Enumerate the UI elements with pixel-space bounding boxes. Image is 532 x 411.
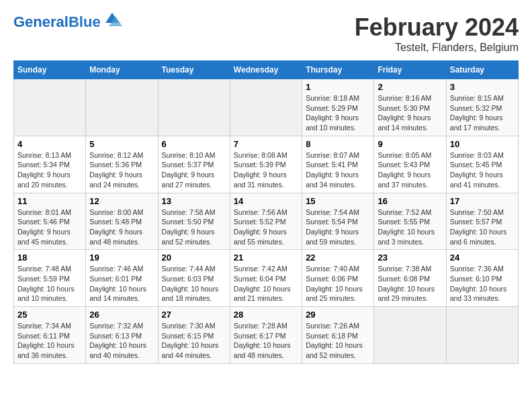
calendar-week-row: 4Sunrise: 8:13 AMSunset: 5:34 PMDaylight…: [14, 136, 519, 193]
calendar-cell: 1Sunrise: 8:18 AMSunset: 5:29 PMDaylight…: [302, 79, 374, 136]
day-of-week-header: Tuesday: [158, 61, 230, 79]
calendar-cell: [446, 307, 518, 364]
calendar-table: SundayMondayTuesdayWednesdayThursdayFrid…: [13, 60, 519, 364]
calendar-cell: 26Sunrise: 7:32 AMSunset: 6:13 PMDayligh…: [86, 307, 158, 364]
calendar-cell: 20Sunrise: 7:44 AMSunset: 6:03 PMDayligh…: [158, 250, 230, 307]
day-info: Sunrise: 7:42 AMSunset: 6:04 PMDaylight:…: [234, 264, 298, 304]
day-info: Sunrise: 8:08 AMSunset: 5:39 PMDaylight:…: [234, 150, 298, 190]
day-number: 6: [162, 139, 226, 149]
calendar-week-row: 25Sunrise: 7:34 AMSunset: 6:11 PMDayligh…: [14, 307, 519, 364]
calendar-cell: 28Sunrise: 7:28 AMSunset: 6:17 PMDayligh…: [230, 307, 302, 364]
day-number: 5: [89, 139, 154, 149]
calendar-cell: [14, 79, 86, 136]
logo-text: GeneralBlue: [13, 13, 101, 31]
calendar-cell: 29Sunrise: 7:26 AMSunset: 6:18 PMDayligh…: [302, 307, 374, 364]
day-info: Sunrise: 7:28 AMSunset: 6:17 PMDaylight:…: [234, 321, 298, 361]
day-info: Sunrise: 8:15 AMSunset: 5:32 PMDaylight:…: [450, 93, 515, 133]
calendar-week-row: 11Sunrise: 8:01 AMSunset: 5:46 PMDayligh…: [14, 193, 519, 250]
location-title: Testelt, Flanders, Belgium: [355, 42, 519, 54]
day-info: Sunrise: 8:05 AMSunset: 5:43 PMDaylight:…: [378, 150, 442, 190]
day-number: 28: [234, 310, 298, 320]
day-info: Sunrise: 7:46 AMSunset: 6:01 PMDaylight:…: [89, 264, 154, 304]
calendar-cell: 21Sunrise: 7:42 AMSunset: 6:04 PMDayligh…: [230, 250, 302, 307]
logo: GeneralBlue: [13, 13, 122, 31]
day-number: 3: [450, 82, 515, 92]
calendar-cell: 12Sunrise: 8:00 AMSunset: 5:48 PMDayligh…: [86, 193, 158, 250]
day-number: 24: [450, 253, 515, 263]
day-number: 23: [378, 253, 442, 263]
calendar-cell: 13Sunrise: 7:58 AMSunset: 5:50 PMDayligh…: [158, 193, 230, 250]
calendar-cell: [158, 79, 230, 136]
calendar-cell: 18Sunrise: 7:48 AMSunset: 5:59 PMDayligh…: [14, 250, 86, 307]
calendar-week-row: 1Sunrise: 8:18 AMSunset: 5:29 PMDaylight…: [14, 79, 519, 136]
title-section: February 2024 Testelt, Flanders, Belgium: [355, 13, 519, 54]
calendar-cell: 19Sunrise: 7:46 AMSunset: 6:01 PMDayligh…: [86, 250, 158, 307]
calendar-cell: 27Sunrise: 7:30 AMSunset: 6:15 PMDayligh…: [158, 307, 230, 364]
day-info: Sunrise: 8:00 AMSunset: 5:48 PMDaylight:…: [89, 208, 154, 247]
calendar-cell: [86, 79, 158, 136]
calendar-cell: 15Sunrise: 7:54 AMSunset: 5:54 PMDayligh…: [302, 193, 374, 250]
day-number: 7: [234, 139, 298, 149]
day-info: Sunrise: 7:26 AMSunset: 6:18 PMDaylight:…: [306, 321, 370, 361]
day-info: Sunrise: 8:01 AMSunset: 5:46 PMDaylight:…: [17, 208, 82, 247]
day-info: Sunrise: 7:50 AMSunset: 5:57 PMDaylight:…: [450, 208, 515, 247]
month-title: February 2024: [355, 13, 519, 42]
day-info: Sunrise: 7:52 AMSunset: 5:55 PMDaylight:…: [378, 208, 442, 247]
day-number: 17: [450, 196, 515, 206]
day-number: 1: [306, 82, 370, 92]
day-number: 9: [378, 139, 442, 149]
day-of-week-header: Monday: [86, 61, 158, 79]
day-info: Sunrise: 8:03 AMSunset: 5:45 PMDaylight:…: [450, 150, 515, 190]
calendar-cell: 9Sunrise: 8:05 AMSunset: 5:43 PMDaylight…: [374, 136, 446, 193]
day-number: 29: [306, 310, 370, 320]
day-info: Sunrise: 8:13 AMSunset: 5:34 PMDaylight:…: [17, 150, 82, 190]
day-number: 25: [17, 310, 82, 320]
calendar-cell: 8Sunrise: 8:07 AMSunset: 5:41 PMDaylight…: [302, 136, 374, 193]
calendar-cell: 2Sunrise: 8:16 AMSunset: 5:30 PMDaylight…: [374, 79, 446, 136]
day-number: 8: [306, 139, 370, 149]
day-info: Sunrise: 7:36 AMSunset: 6:10 PMDaylight:…: [450, 264, 515, 304]
day-number: 12: [89, 196, 154, 206]
calendar-cell: 10Sunrise: 8:03 AMSunset: 5:45 PMDayligh…: [446, 136, 518, 193]
day-of-week-header: Saturday: [446, 61, 518, 79]
day-info: Sunrise: 7:58 AMSunset: 5:50 PMDaylight:…: [162, 208, 226, 247]
day-info: Sunrise: 7:34 AMSunset: 6:11 PMDaylight:…: [17, 321, 82, 361]
day-number: 26: [89, 310, 154, 320]
day-number: 2: [378, 82, 442, 92]
calendar-cell: 11Sunrise: 8:01 AMSunset: 5:46 PMDayligh…: [14, 193, 86, 250]
day-number: 4: [17, 139, 82, 149]
calendar-cell: 17Sunrise: 7:50 AMSunset: 5:57 PMDayligh…: [446, 193, 518, 250]
calendar-cell: 6Sunrise: 8:10 AMSunset: 5:37 PMDaylight…: [158, 136, 230, 193]
calendar-cell: 24Sunrise: 7:36 AMSunset: 6:10 PMDayligh…: [446, 250, 518, 307]
calendar-cell: [374, 307, 446, 364]
day-info: Sunrise: 8:18 AMSunset: 5:29 PMDaylight:…: [306, 93, 370, 133]
day-info: Sunrise: 7:44 AMSunset: 6:03 PMDaylight:…: [162, 264, 226, 304]
day-number: 14: [234, 196, 298, 206]
day-info: Sunrise: 7:30 AMSunset: 6:15 PMDaylight:…: [162, 321, 226, 361]
calendar-cell: 4Sunrise: 8:13 AMSunset: 5:34 PMDaylight…: [14, 136, 86, 193]
calendar-cell: 7Sunrise: 8:08 AMSunset: 5:39 PMDaylight…: [230, 136, 302, 193]
calendar-cell: 5Sunrise: 8:12 AMSunset: 5:36 PMDaylight…: [86, 136, 158, 193]
day-info: Sunrise: 8:12 AMSunset: 5:36 PMDaylight:…: [89, 150, 154, 190]
day-of-week-header: Sunday: [14, 61, 86, 79]
calendar-cell: 22Sunrise: 7:40 AMSunset: 6:06 PMDayligh…: [302, 250, 374, 307]
day-of-week-header: Friday: [374, 61, 446, 79]
calendar-header: SundayMondayTuesdayWednesdayThursdayFrid…: [14, 61, 519, 79]
day-info: Sunrise: 7:32 AMSunset: 6:13 PMDaylight:…: [89, 321, 154, 361]
day-number: 19: [89, 253, 154, 263]
day-of-week-header: Wednesday: [230, 61, 302, 79]
day-number: 15: [306, 196, 370, 206]
day-number: 27: [162, 310, 226, 320]
day-info: Sunrise: 8:10 AMSunset: 5:37 PMDaylight:…: [162, 150, 226, 190]
calendar-cell: 16Sunrise: 7:52 AMSunset: 5:55 PMDayligh…: [374, 193, 446, 250]
calendar-cell: [230, 79, 302, 136]
calendar-body: 1Sunrise: 8:18 AMSunset: 5:29 PMDaylight…: [14, 79, 519, 364]
calendar-cell: 25Sunrise: 7:34 AMSunset: 6:11 PMDayligh…: [14, 307, 86, 364]
day-info: Sunrise: 7:54 AMSunset: 5:54 PMDaylight:…: [306, 208, 370, 247]
day-info: Sunrise: 7:48 AMSunset: 5:59 PMDaylight:…: [17, 264, 82, 304]
day-number: 10: [450, 139, 515, 149]
day-number: 13: [162, 196, 226, 206]
day-number: 11: [17, 196, 82, 206]
day-number: 20: [162, 253, 226, 263]
calendar-cell: 23Sunrise: 7:38 AMSunset: 6:08 PMDayligh…: [374, 250, 446, 307]
